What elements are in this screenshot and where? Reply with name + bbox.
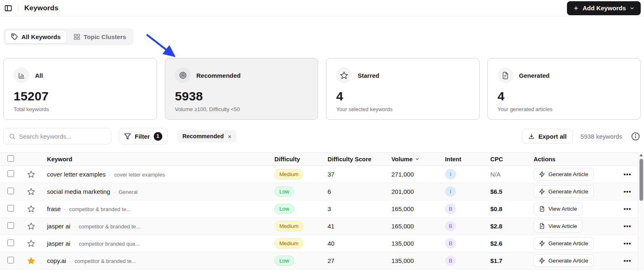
action-button[interactable]: View Article xyxy=(534,220,583,232)
keyword-cell-primary[interactable]: frase xyxy=(47,205,61,212)
action-button[interactable]: Generate Article xyxy=(534,254,594,267)
card-value: 4 xyxy=(498,89,631,103)
table-header-row: Keyword Difficulty Difficulty Score Volu… xyxy=(0,152,644,166)
divider xyxy=(18,5,19,12)
info-icon[interactable] xyxy=(630,131,641,142)
keyword-cell-primary[interactable]: cover letter examples xyxy=(47,171,106,178)
filter-chip-recommended[interactable]: Recommended × xyxy=(178,130,237,142)
star-icon xyxy=(27,222,35,230)
keyword-cell-category: cover letter examples xyxy=(114,172,165,178)
lightning-icon xyxy=(539,171,545,177)
keyword-cell-primary[interactable]: jasper ai xyxy=(47,240,70,247)
action-button[interactable]: Generate Article xyxy=(534,185,594,198)
volume-cell: 201,000 xyxy=(391,188,445,195)
stat-card-all[interactable]: All 15207 Total keywords xyxy=(3,58,157,120)
row-checkbox[interactable] xyxy=(7,257,14,263)
search-input[interactable] xyxy=(19,133,106,140)
keywords-count: 5938 keywords xyxy=(581,133,622,140)
keywords-table: Keyword Difficulty Difficulty Score Volu… xyxy=(0,152,644,270)
target-icon xyxy=(175,67,191,83)
action-label: View Article xyxy=(548,223,577,229)
difficulty-badge: Medium xyxy=(274,238,303,249)
star-icon xyxy=(336,67,352,83)
difficulty-score-cell: 37 xyxy=(328,171,391,178)
star-toggle[interactable] xyxy=(27,170,35,178)
stat-card-generated[interactable]: Generated 4 Your generated articles xyxy=(487,58,641,120)
row-menu-button[interactable]: ••• xyxy=(621,239,634,248)
volume-cell: 135,000 xyxy=(391,257,445,264)
keyword-cell-category: competitor & branded te... xyxy=(75,258,136,264)
difficulty-score-cell: 40 xyxy=(328,240,391,247)
row-checkbox[interactable] xyxy=(7,239,14,246)
card-subtitle: Your selected keywords xyxy=(336,106,469,112)
scroll-up-arrow-icon[interactable] xyxy=(639,154,643,156)
stat-card-recommended[interactable]: Recommended 5938 Volume ≥100, Difficulty… xyxy=(165,58,318,120)
row-checkbox[interactable] xyxy=(7,222,14,229)
add-keywords-button[interactable]: Add Keywords xyxy=(567,1,641,15)
star-icon xyxy=(27,239,35,247)
row-menu-button[interactable]: ••• xyxy=(621,187,634,196)
cpc-cell: $1.7 xyxy=(490,257,502,264)
chip-label: Recommended xyxy=(183,133,224,139)
tab-all-keywords[interactable]: All Keywords xyxy=(5,30,67,44)
table-row[interactable]: jasper ai · competitor branded que... Me… xyxy=(0,235,644,252)
funnel-icon xyxy=(124,133,131,140)
stat-cards: All 15207 Total keywords Recommended 593… xyxy=(3,58,641,120)
export-all-button[interactable]: Export all xyxy=(522,129,573,144)
column-header-intent: Intent xyxy=(445,156,490,163)
row-menu-button[interactable]: ••• xyxy=(621,222,634,230)
star-icon xyxy=(27,257,35,265)
grid-icon xyxy=(73,33,80,40)
column-header-volume[interactable]: Volume xyxy=(391,156,445,163)
row-checkbox[interactable] xyxy=(7,188,14,194)
keyword-cell-primary[interactable]: jasper ai xyxy=(47,223,70,230)
file-icon xyxy=(539,223,545,229)
row-checkbox[interactable] xyxy=(7,170,14,177)
close-icon[interactable]: × xyxy=(228,133,232,139)
difficulty-badge: Low xyxy=(274,186,294,197)
action-button[interactable]: Generate Article xyxy=(534,168,594,181)
file-icon xyxy=(539,206,545,212)
keyword-cell-primary[interactable]: social media marketing xyxy=(47,188,110,195)
keyword-separator-dot: · xyxy=(74,241,75,247)
vertical-scrollbar[interactable] xyxy=(638,152,644,270)
keyword-cell-primary[interactable]: copy.ai xyxy=(47,257,66,264)
table-row[interactable]: jasper ai · competitor & branded te... M… xyxy=(0,218,644,235)
table-row[interactable]: copy.ai · competitor & branded te... Low… xyxy=(0,252,644,270)
table-row[interactable]: cover letter examples · cover letter exa… xyxy=(0,166,644,183)
star-toggle[interactable] xyxy=(27,222,35,230)
difficulty-score-cell: 6 xyxy=(328,188,391,195)
stat-card-starred[interactable]: Starred 4 Your selected keywords xyxy=(326,58,480,120)
star-toggle[interactable] xyxy=(27,257,35,265)
table-row[interactable]: social media marketing · General Low 6 2… xyxy=(0,183,644,200)
star-toggle[interactable] xyxy=(27,205,35,213)
sidebar-toggle-button[interactable] xyxy=(3,3,13,13)
difficulty-score-cell: 3 xyxy=(328,205,391,212)
bar-chart-icon xyxy=(14,67,29,83)
lightning-icon xyxy=(539,188,545,195)
star-toggle[interactable] xyxy=(27,239,35,247)
row-menu-button[interactable]: ••• xyxy=(621,205,634,213)
row-menu-button[interactable]: ••• xyxy=(621,256,634,265)
tab-topic-clusters[interactable]: Topic Clusters xyxy=(68,30,132,43)
keyword-cell-category: competitor & branded te... xyxy=(79,223,141,230)
intent-badge: I xyxy=(445,186,456,197)
star-toggle[interactable] xyxy=(27,188,35,195)
card-subtitle: Your generated articles xyxy=(498,106,631,112)
difficulty-score-cell: 41 xyxy=(328,223,391,230)
column-header-keyword: Keyword xyxy=(40,156,270,163)
row-checkbox[interactable] xyxy=(7,205,14,212)
card-title: Starred xyxy=(358,72,379,79)
view-tabs: All Keywords Topic Clusters xyxy=(3,28,641,45)
action-button[interactable]: View Article xyxy=(534,202,583,215)
filter-label: Filter xyxy=(135,133,150,140)
table-row[interactable]: frase · competitor & branded te... Low 3… xyxy=(0,200,644,218)
action-button[interactable]: Generate Article xyxy=(534,237,594,250)
card-title: Recommended xyxy=(197,72,241,79)
scrollbar-thumb[interactable] xyxy=(639,159,643,201)
select-all-checkbox[interactable] xyxy=(7,155,14,162)
cpc-cell: N/A xyxy=(490,171,501,178)
filter-button[interactable]: Filter 1 xyxy=(119,128,168,144)
row-menu-button[interactable]: ••• xyxy=(621,170,634,179)
add-keywords-label: Add Keywords xyxy=(583,5,626,12)
